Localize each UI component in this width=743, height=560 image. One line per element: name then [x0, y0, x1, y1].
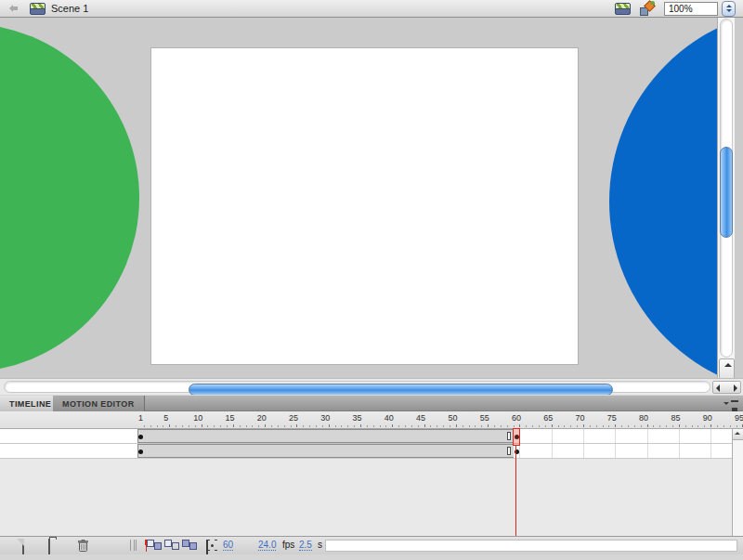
ruler-label-5: 5 [163, 413, 168, 423]
timeline-status-bar: 60 24.0 fps 2.5 s [0, 536, 743, 554]
ruler-label-70: 70 [576, 413, 585, 423]
ruler-label-35: 35 [353, 413, 362, 423]
ruler-label-45: 45 [416, 413, 425, 423]
frames-empty-area[interactable] [0, 459, 743, 536]
ruler-label-30: 30 [320, 413, 330, 423]
frame-span[interactable] [137, 444, 514, 458]
timeline-tab-bar: TIMELINE MOTION EDITOR [0, 395, 743, 411]
ruler-label-75: 75 [607, 413, 617, 423]
frames-row-right-circle[interactable] [0, 444, 743, 459]
frames-area: 15101520253035404550556065707580859095 [137, 411, 743, 536]
current-frame-value[interactable]: 60 [223, 540, 233, 551]
ruler-label-65: 65 [543, 413, 553, 423]
scene-name-label: Scene 1 [51, 3, 88, 14]
ruler-label-60: 60 [512, 413, 521, 423]
frame-ruler[interactable]: 15101520253035404550556065707580859095 [0, 411, 743, 429]
playhead-handle[interactable] [513, 428, 521, 446]
ruler-label-85: 85 [671, 413, 680, 423]
panel-resize-grip[interactable] [130, 540, 137, 551]
tab-motion-editor[interactable]: MOTION EDITOR [53, 396, 145, 412]
frame-rate-unit: fps [282, 540, 294, 550]
panel-bottom-strip [0, 554, 743, 560]
edit-scene-icon[interactable] [615, 3, 631, 15]
ruler-label-10: 10 [193, 413, 202, 423]
frames-row-left-circle[interactable] [0, 429, 743, 444]
stage-canvas[interactable] [151, 48, 578, 364]
timeline-panel: TIMELINE MOTION EDITOR left circle✎right… [0, 395, 743, 560]
stage-pasteboard[interactable] [0, 18, 718, 378]
ruler-label-95: 95 [735, 413, 743, 423]
scroll-up-icon [724, 363, 732, 367]
panel-menu-icon[interactable] [723, 399, 738, 409]
span-end-marker [507, 447, 511, 455]
elapsed-time-value[interactable]: 2.5 [299, 540, 312, 551]
ruler-label-55: 55 [480, 413, 489, 423]
edit-symbols-icon[interactable] [640, 2, 655, 16]
frame-span[interactable] [137, 429, 514, 443]
horizontal-scrollbar[interactable] [0, 378, 743, 395]
ruler-label-80: 80 [639, 413, 648, 423]
blue-circle-shape[interactable] [609, 18, 718, 378]
elapsed-time-unit: s [318, 540, 322, 550]
ruler-label-1: 1 [138, 413, 143, 423]
vertical-scrollbar-thumb[interactable] [720, 147, 733, 238]
playhead-line [515, 446, 516, 536]
frames-vertical-scrollbar[interactable] [732, 429, 743, 536]
green-circle-shape[interactable] [0, 23, 139, 372]
trash-icon [78, 540, 88, 552]
frame-rate-value[interactable]: 24.0 [258, 540, 276, 551]
ruler-label-15: 15 [225, 413, 234, 423]
back-icon[interactable] [6, 4, 19, 13]
scroll-right-icon [734, 384, 737, 392]
zoom-stepper-icon[interactable] [722, 1, 736, 17]
zoom-level-input[interactable]: 100% [664, 2, 718, 16]
edit-bar: Scene 1 100% [0, 0, 743, 18]
scene-clapperboard-icon [30, 3, 46, 15]
modify-markers-button[interactable] [206, 540, 208, 555]
ruler-label-20: 20 [257, 413, 267, 423]
horizontal-scrollbar-arrows[interactable] [712, 381, 741, 394]
ruler-label-90: 90 [703, 413, 712, 423]
frames-scroll-up-icon[interactable] [733, 429, 743, 440]
frames-horizontal-scrollbar[interactable] [325, 540, 737, 552]
ruler-label-50: 50 [448, 413, 457, 423]
horizontal-scrollbar-track[interactable] [4, 381, 710, 393]
scroll-left-icon [716, 384, 720, 392]
timeline-body: left circle✎right circle 151015202530354… [0, 411, 743, 536]
flash-application-window: Scene 1 100% TIMELINE MOTION EDITOR [0, 0, 743, 560]
ruler-label-40: 40 [385, 413, 394, 423]
delete-layer-button[interactable] [78, 540, 88, 552]
span-end-marker [507, 432, 511, 440]
ruler-label-25: 25 [289, 413, 298, 423]
vertical-scrollbar[interactable] [717, 18, 735, 388]
